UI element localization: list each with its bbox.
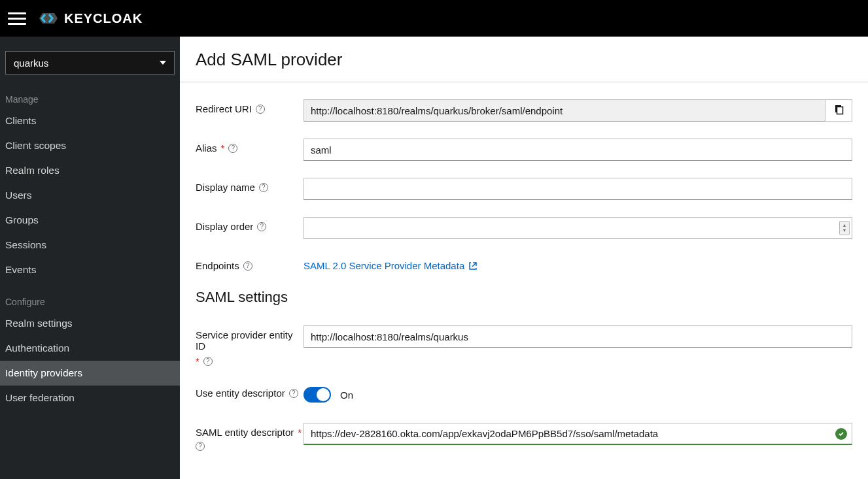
label-display-name: Display name	[196, 182, 255, 193]
required-marker: *	[298, 427, 302, 438]
label-use-entity-descriptor: Use entity descriptor	[196, 388, 285, 399]
chevron-up-icon: ▲	[842, 223, 847, 228]
sidebar-item-identity-providers[interactable]: Identity providers	[0, 361, 180, 386]
realm-selector[interactable]: quarkus	[5, 51, 175, 74]
sidebar-item-sessions[interactable]: Sessions	[0, 233, 180, 257]
realm-selector-value: quarkus	[14, 58, 48, 69]
brand-mark-icon	[37, 10, 60, 26]
redirect-uri-input[interactable]	[304, 99, 825, 122]
sidebar-item-clients[interactable]: Clients	[0, 108, 180, 133]
endpoints-metadata-link[interactable]: SAML 2.0 Service Provider Metadata	[304, 260, 477, 271]
display-order-input[interactable]	[304, 217, 852, 239]
switch-value-label: On	[340, 389, 353, 401]
brand-logo[interactable]: KEYCLOAK	[37, 10, 143, 26]
help-icon[interactable]: ?	[203, 357, 213, 366]
nav-section-manage: Manage	[0, 80, 180, 108]
external-link-icon	[468, 261, 477, 271]
sidebar-item-client-scopes[interactable]: Client scopes	[0, 133, 180, 158]
help-icon[interactable]: ?	[259, 183, 268, 192]
use-entity-descriptor-switch[interactable]	[304, 387, 331, 403]
nav-section-configure: Configure	[0, 282, 180, 311]
svg-rect-2	[837, 107, 843, 114]
app-header: KEYCLOAK	[0, 0, 868, 37]
help-icon[interactable]: ?	[196, 442, 205, 451]
sp-entity-id-input[interactable]	[304, 325, 852, 348]
saml-entity-descriptor-input[interactable]	[304, 423, 852, 445]
label-redirect-uri: Redirect URI	[196, 103, 252, 114]
label-sp-entity-id: Service provider entity ID	[196, 329, 304, 352]
required-marker: *	[196, 355, 200, 367]
page-title: Add SAML provider	[196, 50, 852, 70]
main-content: Add SAML provider Redirect URI ?	[180, 37, 868, 479]
required-marker: *	[221, 142, 225, 154]
sidebar-item-events[interactable]: Events	[0, 257, 180, 282]
chevron-down-icon	[160, 61, 166, 65]
saml-settings-heading: SAML settings	[196, 289, 852, 306]
sidebar-item-realm-roles[interactable]: Realm roles	[0, 158, 180, 183]
help-icon[interactable]: ?	[256, 105, 265, 114]
display-name-input[interactable]	[304, 178, 852, 200]
sidebar-item-users[interactable]: Users	[0, 183, 180, 208]
sidebar: quarkus Manage Clients Client scopes Rea…	[0, 37, 180, 479]
alias-input[interactable]	[304, 139, 852, 161]
chevron-down-icon: ▼	[842, 228, 847, 233]
sidebar-item-authentication[interactable]: Authentication	[0, 336, 180, 361]
label-display-order: Display order	[196, 221, 253, 232]
check-circle-icon	[835, 428, 847, 440]
help-icon[interactable]: ?	[289, 389, 298, 398]
help-icon[interactable]: ?	[228, 144, 237, 153]
label-saml-entity-descriptor: SAML entity descriptor	[196, 427, 294, 438]
help-icon[interactable]: ?	[257, 222, 266, 231]
menu-toggle-button[interactable]	[8, 9, 26, 27]
label-alias: Alias	[196, 142, 217, 154]
copy-icon	[833, 105, 844, 117]
brand-text: KEYCLOAK	[64, 11, 143, 26]
copy-button[interactable]	[825, 99, 852, 122]
number-stepper[interactable]: ▲ ▼	[839, 221, 850, 235]
sidebar-item-realm-settings[interactable]: Realm settings	[0, 311, 180, 336]
endpoints-link-text: SAML 2.0 Service Provider Metadata	[304, 260, 464, 271]
sidebar-item-groups[interactable]: Groups	[0, 208, 180, 233]
label-endpoints: Endpoints	[196, 260, 239, 271]
sidebar-item-user-federation[interactable]: User federation	[0, 386, 180, 410]
help-icon[interactable]: ?	[243, 261, 252, 271]
